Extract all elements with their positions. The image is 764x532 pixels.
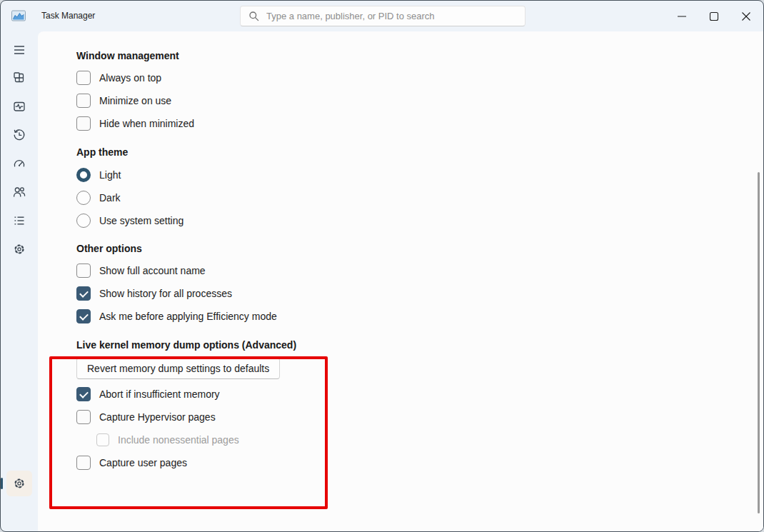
section-title-window-management: Window management [76,50,763,61]
sidebar-item-app-history[interactable] [6,122,32,148]
checkbox-label: Show history for all processes [99,286,232,301]
sidebar [1,31,38,531]
radio-button[interactable] [76,214,91,228]
sidebar-item-services[interactable] [6,236,32,262]
checkbox-label: Always on top [99,71,161,85]
titlebar: Task Manager [1,1,763,31]
option-row-theme-light[interactable]: Light [76,168,763,182]
search-box [240,6,526,26]
option-row-include-nonessential-pages: Include nonessential pages [96,433,763,447]
users-icon [12,185,26,199]
radio-button[interactable] [76,191,91,205]
maximize-button[interactable] [704,6,724,27]
checkbox-label: Show full account name [99,264,206,278]
checkbox-label: Hide when minimized [99,116,194,131]
checkbox-label: Ask me before applying Efficiency mode [99,309,277,323]
option-row-ask-before-efficiency-mode[interactable]: Ask me before applying Efficiency mode [76,309,763,323]
section-title-app-theme: App theme [76,146,763,158]
checkbox[interactable] [76,71,91,85]
checkbox[interactable] [76,309,91,323]
checkbox[interactable] [76,387,91,401]
option-row-always-on-top[interactable]: Always on top [76,71,763,85]
scrollbar[interactable] [758,172,760,513]
sidebar-item-processes[interactable] [6,65,32,91]
task-manager-window: Task Manager [0,0,764,532]
option-row-show-full-account-name[interactable]: Show full account name [76,264,763,278]
checkbox-label: Include nonessential pages [118,433,239,447]
sidebar-item-details[interactable] [6,208,32,234]
sidebar-item-performance[interactable] [6,94,32,119]
checkbox[interactable] [76,286,91,301]
checkbox[interactable] [76,116,91,131]
minimize-button[interactable] [672,6,692,27]
section-title-other-options: Other options [76,243,763,254]
search-input[interactable] [240,6,526,26]
settings-page: Window management Always on top Minimize… [38,31,763,531]
details-icon [12,214,26,228]
section-title-kernel-dump: Live kernel memory dump options (Advance… [76,339,763,351]
option-row-theme-system[interactable]: Use system setting [76,214,763,228]
checkbox-label: Abort if insufficient memory [99,387,220,401]
radio-label: Light [99,168,121,182]
selected-nav-indicator [1,478,3,489]
checkbox[interactable] [76,410,91,424]
option-row-capture-user-pages[interactable]: Capture user pages [76,456,763,470]
app-history-icon [12,128,26,142]
checkbox[interactable] [76,264,91,278]
checkbox-label: Capture Hypervisor pages [99,410,216,424]
checkbox[interactable] [76,456,91,470]
startup-apps-icon [12,156,26,171]
window-controls [672,1,756,31]
processes-icon [12,71,26,85]
sidebar-item-settings[interactable] [6,471,32,496]
checkbox[interactable] [76,94,91,108]
option-row-minimize-on-use[interactable]: Minimize on use [76,94,763,108]
option-row-capture-hypervisor-pages[interactable]: Capture Hypervisor pages [76,410,763,424]
services-icon [12,242,26,256]
option-row-abort-if-insufficient-memory[interactable]: Abort if insufficient memory [76,387,763,401]
radio-label: Use system setting [99,214,184,228]
revert-memory-dump-button[interactable]: Revert memory dump settings to defaults [76,358,280,379]
radio-button[interactable] [76,168,91,182]
window-title: Task Manager [41,1,95,31]
performance-icon [12,99,26,114]
hamburger-menu-icon [12,43,26,57]
option-row-theme-dark[interactable]: Dark [76,191,763,205]
sidebar-item-users[interactable] [6,179,32,205]
radio-label: Dark [99,191,121,205]
checkbox [96,433,109,446]
settings-gear-icon [12,476,26,491]
sidebar-menu-toggle[interactable] [6,37,32,63]
sidebar-item-startup-apps[interactable] [6,151,32,176]
checkbox-label: Minimize on use [99,94,171,108]
close-button[interactable] [736,6,756,27]
option-row-show-history-all-processes[interactable]: Show history for all processes [76,286,763,301]
checkbox-label: Capture user pages [99,456,187,470]
task-manager-app-icon [11,10,26,22]
option-row-hide-when-minimized[interactable]: Hide when minimized [76,116,763,131]
